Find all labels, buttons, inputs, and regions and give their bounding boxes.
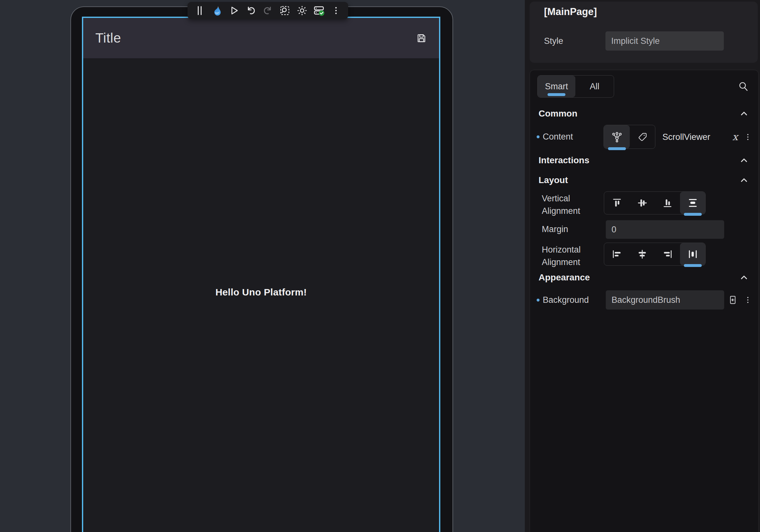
halign-right-button[interactable]	[655, 243, 680, 266]
grip-handle-icon[interactable]	[193, 4, 207, 18]
app-title: Title	[95, 30, 121, 46]
hot-design-toolbar	[188, 2, 348, 19]
valign-stretch-button[interactable]	[680, 192, 705, 214]
style-label: Style	[544, 36, 563, 46]
align-vertical-center-icon	[637, 198, 648, 208]
kebab-menu-icon[interactable]	[744, 296, 752, 304]
background-label: Background	[543, 295, 589, 305]
background-value: BackgroundBrush	[611, 295, 680, 305]
hot-design-window: Title Hello Uno Platform!	[0, 0, 760, 532]
modified-dot	[537, 135, 540, 138]
content-row: Content	[530, 125, 759, 149]
vertical-alignment-row: Vertical Alignment	[530, 191, 759, 216]
vertical-alignment-label: Vertical Alignment	[542, 192, 585, 218]
redo-icon[interactable]	[261, 4, 275, 18]
property-tabs: Smart All	[537, 75, 614, 98]
chevron-up-icon	[738, 155, 749, 166]
valign-bottom-button[interactable]	[655, 192, 680, 214]
tab-all[interactable]: All	[575, 75, 614, 97]
element-inspect-icon[interactable]	[278, 4, 292, 18]
margin-row: Margin 0	[530, 220, 759, 239]
halign-stretch-button[interactable]	[680, 243, 705, 266]
background-input[interactable]: BackgroundBrush	[606, 290, 724, 310]
style-input[interactable]: Implicit Style	[605, 31, 724, 51]
valign-center-button[interactable]	[630, 192, 655, 214]
app-navigation-bar[interactable]: Title	[83, 18, 439, 58]
server-status-icon[interactable]	[312, 4, 326, 18]
valign-top-button[interactable]	[604, 192, 630, 214]
content-label: Content	[543, 132, 573, 142]
selected-element-title: [MainPage]	[544, 6, 597, 18]
kebab-menu-icon[interactable]	[744, 133, 752, 141]
horizontal-alignment-row: Horizontal Alignment	[530, 243, 759, 266]
script-x-icon[interactable]: x	[733, 132, 738, 142]
background-row: Background BackgroundBrush	[530, 290, 759, 310]
document-import-icon[interactable]	[728, 295, 738, 305]
property-inspector-panel: [MainPage] Style Implicit Style Smart Al…	[525, 0, 760, 532]
content-mode-control-tree[interactable]	[604, 125, 630, 149]
margin-input[interactable]: 0	[606, 220, 724, 239]
horizontal-alignment-group	[604, 243, 706, 266]
align-bottom-icon	[662, 198, 673, 208]
properties-card: Smart All Common	[530, 70, 759, 532]
hello-text: Hello Uno Platform!	[83, 287, 439, 298]
app-preview[interactable]: Title Hello Uno Platform!	[82, 17, 440, 532]
align-left-icon	[611, 249, 622, 260]
active-mode-indicator	[608, 147, 626, 150]
align-right-icon	[662, 249, 673, 260]
align-horizontal-center-icon	[637, 249, 648, 260]
device-frame: Title Hello Uno Platform!	[71, 6, 453, 532]
undo-icon[interactable]	[244, 4, 258, 18]
margin-value: 0	[611, 225, 616, 235]
style-value: Implicit Style	[611, 36, 660, 46]
horizontal-alignment-label: Horizontal Alignment	[542, 244, 585, 268]
vertical-alignment-group	[604, 191, 706, 215]
content-mode-tag[interactable]	[630, 125, 655, 149]
content-mode-toggle	[603, 125, 655, 149]
control-tree-icon	[611, 131, 623, 143]
chevron-up-icon	[738, 175, 749, 186]
search-icon[interactable]	[737, 80, 749, 92]
hot-reload-flame-icon[interactable]	[210, 4, 224, 18]
margin-label: Margin	[542, 224, 568, 234]
stretch-vertical-icon	[688, 198, 698, 208]
modified-dot	[537, 299, 540, 302]
tag-icon	[637, 131, 648, 142]
theme-sun-icon[interactable]	[295, 4, 309, 18]
align-top-icon	[611, 198, 622, 208]
halign-center-button[interactable]	[630, 243, 655, 266]
active-alignment-indicator	[684, 264, 702, 267]
play-icon[interactable]	[227, 4, 241, 18]
section-interactions[interactable]: Interactions	[539, 154, 749, 167]
section-layout[interactable]: Layout	[539, 174, 749, 187]
chevron-up-icon	[738, 108, 749, 119]
save-icon[interactable]	[416, 33, 427, 43]
selection-header-card: [MainPage] Style Implicit Style	[530, 2, 758, 63]
content-value: ScrollViewer	[662, 132, 710, 142]
active-alignment-indicator	[684, 213, 702, 216]
halign-left-button[interactable]	[604, 243, 630, 266]
chevron-up-icon	[738, 272, 749, 283]
section-appearance[interactable]: Appearance	[539, 271, 749, 284]
tab-smart[interactable]: Smart	[538, 75, 575, 97]
active-tab-indicator	[547, 93, 565, 96]
stretch-horizontal-icon	[688, 249, 698, 260]
more-menu-icon[interactable]	[329, 4, 343, 18]
section-common[interactable]: Common	[539, 107, 749, 120]
